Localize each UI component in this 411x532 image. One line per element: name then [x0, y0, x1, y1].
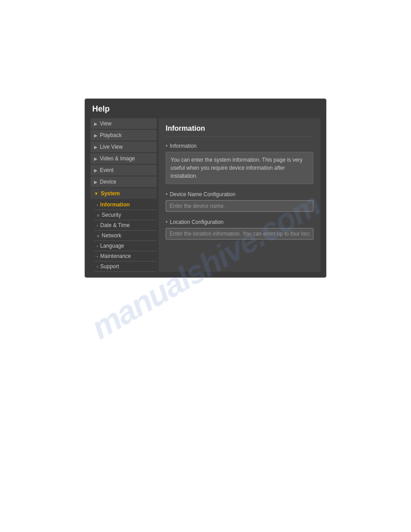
sidebar-item-support-label: Support: [100, 263, 119, 270]
chevron-down-icon: ▼: [94, 191, 98, 196]
sidebar-item-event-label: Event: [100, 167, 114, 173]
chevron-right-icon: ▶: [94, 133, 98, 138]
sidebar-section-system[interactable]: ▼ System: [90, 188, 157, 199]
device-name-section: Device Name Configuration: [166, 191, 313, 212]
information-section: Information You can enter the system inf…: [166, 143, 313, 184]
chevron-right-icon: ▶: [94, 145, 98, 150]
chevron-right-icon: ▶: [94, 168, 98, 173]
sidebar-item-playback-label: Playback: [100, 132, 122, 138]
sidebar-item-event[interactable]: ▶ Event: [90, 165, 157, 176]
device-name-label: Device Name Configuration: [166, 191, 313, 197]
sidebar-item-security[interactable]: ■ Security: [94, 210, 157, 220]
sidebar-item-videoimage[interactable]: ▶ Video & Image: [90, 153, 157, 164]
help-title: Help: [90, 104, 321, 114]
sidebar-item-information-label: Information: [100, 202, 130, 208]
sidebar-item-support[interactable]: • Support: [94, 262, 157, 272]
help-container: Help ▶ View ▶ Playback ▶ Live View ▶ Vid…: [85, 99, 326, 278]
content-title: Information: [166, 124, 313, 137]
location-input[interactable]: [166, 228, 313, 240]
sidebar-item-datetime[interactable]: • Date & Time: [94, 220, 157, 231]
sidebar-item-maintenance[interactable]: • Maintenance: [94, 251, 157, 262]
sidebar-item-playback[interactable]: ▶ Playback: [90, 130, 157, 141]
sidebar-item-language[interactable]: • Language: [94, 241, 157, 251]
bullet-icon: •: [97, 254, 98, 258]
sidebar-item-view-label: View: [100, 120, 111, 127]
information-text: You can enter the system information. Th…: [166, 152, 313, 184]
sidebar-item-security-label: Security: [102, 212, 121, 218]
bullet-icon: •: [97, 265, 98, 269]
sidebar-item-videoimage-label: Video & Image: [100, 155, 135, 162]
sidebar-item-language-label: Language: [100, 243, 124, 249]
sidebar-item-device[interactable]: ▶ Device: [90, 176, 157, 187]
location-section: Location Configuration: [166, 219, 313, 240]
square-icon: ■: [97, 233, 99, 238]
sidebar-item-liveview-label: Live View: [100, 144, 123, 150]
system-sub-items: • Information ■ Security • Date & Time ■…: [90, 200, 157, 272]
bullet-icon: •: [97, 203, 98, 207]
sidebar-item-network[interactable]: ■ Network: [94, 231, 157, 241]
sidebar-item-datetime-label: Date & Time: [100, 222, 130, 228]
help-body: ▶ View ▶ Playback ▶ Live View ▶ Video & …: [90, 118, 321, 272]
sidebar-item-device-label: Device: [100, 179, 116, 185]
bullet-icon: •: [97, 223, 98, 227]
bullet-icon: •: [97, 244, 98, 248]
square-icon: ■: [97, 213, 99, 218]
sidebar-item-information[interactable]: • Information: [94, 200, 157, 210]
chevron-right-icon: ▶: [94, 180, 98, 184]
chevron-right-icon: ▶: [94, 156, 98, 161]
location-label: Location Configuration: [166, 219, 313, 225]
device-name-input[interactable]: [166, 200, 313, 212]
main-content: Information Information You can enter th…: [158, 118, 321, 272]
sidebar: ▶ View ▶ Playback ▶ Live View ▶ Video & …: [90, 118, 157, 272]
sidebar-item-maintenance-label: Maintenance: [100, 253, 131, 259]
sidebar-item-view[interactable]: ▶ View: [90, 118, 157, 129]
information-label: Information: [166, 143, 313, 149]
system-section-label: System: [101, 190, 120, 197]
sidebar-item-network-label: Network: [102, 232, 121, 239]
chevron-right-icon: ▶: [94, 121, 98, 126]
sidebar-item-liveview[interactable]: ▶ Live View: [90, 142, 157, 152]
